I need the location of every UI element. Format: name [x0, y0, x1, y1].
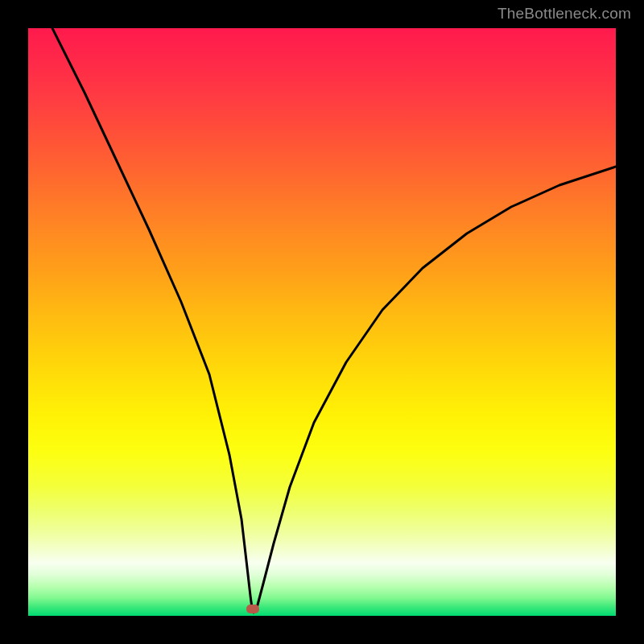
- watermark-text: TheBottleneck.com: [497, 5, 631, 23]
- chart-frame: TheBottleneck.com: [0, 0, 644, 644]
- optimal-marker: [246, 605, 259, 613]
- bottleneck-curve: [28, 28, 616, 616]
- plot-area: [28, 28, 616, 616]
